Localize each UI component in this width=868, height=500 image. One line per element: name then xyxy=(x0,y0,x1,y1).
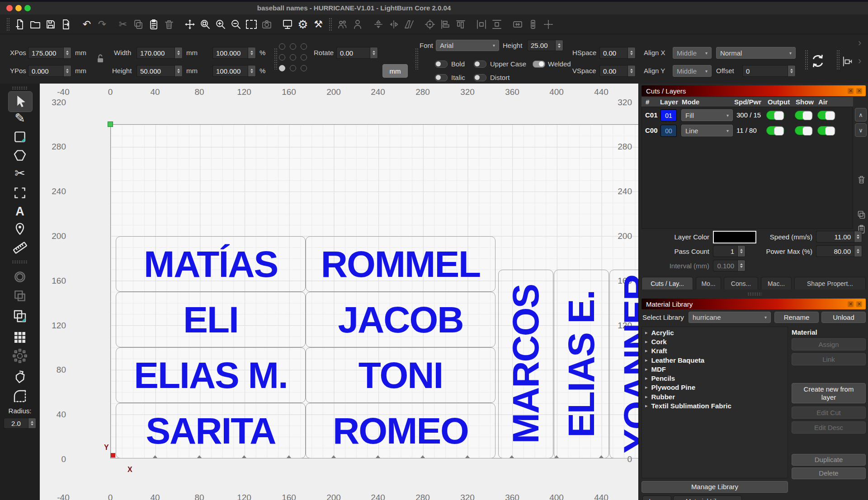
radius-spinner[interactable] xyxy=(28,418,36,429)
boolean-subtract-tool[interactable] xyxy=(11,308,29,324)
power-spinner[interactable] xyxy=(854,245,862,257)
material-library-header[interactable]: Material Library ✕✕ xyxy=(642,299,866,309)
xpos-field[interactable]: 175.000 xyxy=(28,47,71,59)
maximize-window-button[interactable] xyxy=(24,5,31,11)
copy-layer-icon[interactable] xyxy=(855,208,867,221)
expand-arrow-icon[interactable]: ▸ xyxy=(645,403,648,409)
new-file-button[interactable] xyxy=(13,18,27,31)
mirror-button[interactable] xyxy=(402,18,416,31)
scale-y-spinner[interactable] xyxy=(248,65,256,77)
cut-button[interactable]: ✂ xyxy=(116,18,130,31)
bottom-tab-material-library[interactable]: Material Library xyxy=(673,495,742,500)
tab-console[interactable]: Cons... xyxy=(724,277,758,290)
upper-case-toggle[interactable] xyxy=(474,61,486,68)
name-plate-vertical[interactable]: ELIAS E. xyxy=(554,270,609,458)
pass-spinner[interactable] xyxy=(737,245,745,257)
material-item[interactable]: ▸Kraft xyxy=(642,346,788,355)
rectangle-tool[interactable] xyxy=(11,129,29,145)
undo-button[interactable]: ↶ xyxy=(80,18,94,31)
layer-down-button[interactable]: ∨ xyxy=(855,123,867,137)
float-panel-icon[interactable]: ✕ xyxy=(848,88,854,94)
bottom-tab-laser[interactable]: Laser xyxy=(642,495,671,500)
expand-arrow-icon[interactable]: ▸ xyxy=(645,339,648,345)
material-item[interactable]: ▸Plywood Pine xyxy=(642,383,788,392)
anchor-point-selector[interactable] xyxy=(277,40,309,75)
expand-arrow-icon[interactable]: ▸ xyxy=(645,384,648,390)
align-y-dropdown[interactable]: Middle▾ xyxy=(673,65,712,77)
edit-nodes-tool[interactable]: ✂ xyxy=(11,165,29,182)
position-laser-tool[interactable] xyxy=(11,221,29,238)
zoom-out-button[interactable] xyxy=(229,18,243,31)
width-spinner[interactable] xyxy=(175,47,183,59)
italic-toggle[interactable] xyxy=(435,74,448,81)
manage-library-button[interactable]: Manage Library xyxy=(642,481,788,493)
output-toggle[interactable] xyxy=(766,111,784,120)
speed-field[interactable]: 11.00 xyxy=(816,231,862,243)
name-plate[interactable]: SARITA xyxy=(116,403,306,458)
link-button[interactable]: Link xyxy=(792,353,866,365)
weld-tool[interactable] xyxy=(11,288,29,304)
close-panel-icon[interactable]: ✕ xyxy=(856,88,862,94)
measure-tool[interactable] xyxy=(11,239,29,256)
text-tool[interactable]: A xyxy=(11,203,29,220)
toolbar-drag-handle[interactable] xyxy=(6,18,9,31)
layer-color-chip[interactable]: 01 xyxy=(660,109,677,121)
unload-library-button[interactable]: Unload xyxy=(821,312,866,323)
units-button[interactable]: mm xyxy=(382,64,408,78)
close-window-button[interactable] xyxy=(6,5,13,11)
layer-color-swatch[interactable] xyxy=(713,231,756,243)
air-toggle[interactable] xyxy=(817,111,835,120)
expand-arrow-icon[interactable]: ▸ xyxy=(645,330,648,336)
name-plate[interactable]: ROMEO xyxy=(306,403,495,458)
delete-material-button[interactable]: Delete xyxy=(792,467,866,479)
create-new-from-layer-button[interactable]: Create new from layer xyxy=(792,383,866,403)
pan-tool-button[interactable] xyxy=(183,18,197,31)
show-toggle[interactable] xyxy=(795,126,813,135)
sync-fonts-icon[interactable] xyxy=(810,53,826,69)
height-spinner[interactable] xyxy=(175,65,183,77)
tab-shape-properties[interactable]: Shape Propert... xyxy=(794,277,866,290)
material-item[interactable]: ▸Leather Baqueta xyxy=(642,355,788,364)
height-field[interactable]: 50.000 xyxy=(137,65,183,77)
toolbar-overflow-chevron[interactable]: › xyxy=(858,38,861,48)
layer-color-chip[interactable]: 00 xyxy=(660,125,677,137)
name-plate[interactable]: ELI xyxy=(116,292,306,347)
group-button[interactable] xyxy=(335,18,349,31)
zoom-in-button[interactable] xyxy=(214,18,227,31)
show-toggle[interactable] xyxy=(795,111,813,120)
circular-array-tool[interactable] xyxy=(11,348,29,364)
preview-button[interactable] xyxy=(281,18,294,31)
offset-spinner[interactable] xyxy=(788,65,796,77)
radius-corner-tool[interactable] xyxy=(11,388,29,404)
laser-head-icon[interactable] xyxy=(841,55,854,68)
ungroup-button[interactable] xyxy=(351,18,364,31)
title-bar[interactable]: baseball names - HURRICANE-V1.01 - Light… xyxy=(0,2,868,15)
rotate-field[interactable]: 0.00 xyxy=(336,47,378,59)
arrange-h-button[interactable] xyxy=(511,18,524,31)
font-dropdown[interactable]: Arial▾ xyxy=(436,40,499,51)
interval-field[interactable]: 0.100 xyxy=(713,260,745,271)
welded-toggle[interactable] xyxy=(533,61,545,68)
close-panel-icon[interactable]: ✕ xyxy=(856,301,862,307)
output-toggle[interactable] xyxy=(766,126,784,135)
redo-button[interactable]: ↷ xyxy=(95,18,109,31)
tab-macros[interactable]: Mac... xyxy=(761,277,792,290)
width-field[interactable]: 170.000 xyxy=(137,47,183,59)
cuts-layers-header[interactable]: Cuts / Layers ✕✕ xyxy=(642,85,866,96)
delete-button[interactable] xyxy=(162,18,176,31)
material-list[interactable]: ▸Acrylic▸Cork▸Kraft▸Leather Baqueta▸MDF▸… xyxy=(642,327,788,478)
offset-shapes-tool[interactable] xyxy=(11,269,29,285)
material-item[interactable]: ▸Textil Sublimation Fabric xyxy=(642,401,788,410)
assign-button[interactable]: Assign xyxy=(792,338,866,350)
focus-button[interactable] xyxy=(423,18,437,31)
name-plate[interactable]: TONI xyxy=(306,347,495,403)
polygon-tool[interactable] xyxy=(11,147,29,164)
material-item[interactable]: ▸Cork xyxy=(642,337,788,346)
lock-aspect-icon[interactable] xyxy=(95,52,106,65)
name-plate[interactable]: JACOB xyxy=(306,292,495,347)
layer-up-button[interactable]: ∧ xyxy=(855,108,867,121)
name-plate[interactable]: MATÍAS xyxy=(116,236,306,292)
library-dropdown[interactable]: hurricane▾ xyxy=(689,312,771,323)
bold-toggle[interactable] xyxy=(435,61,448,68)
radius-field[interactable]: 2.0 xyxy=(4,418,36,429)
